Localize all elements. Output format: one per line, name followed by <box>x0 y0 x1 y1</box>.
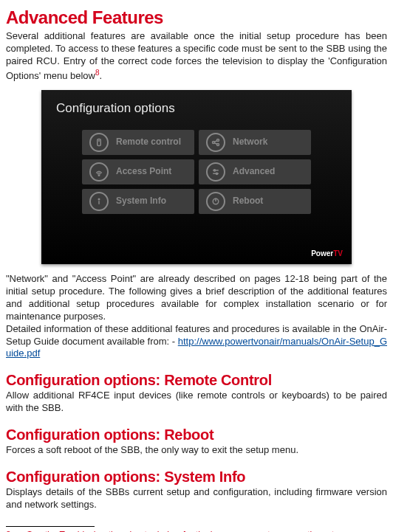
tv-logo: PowerTV <box>311 249 343 258</box>
section-heading: Configuration options: Reboot <box>6 425 387 444</box>
svg-point-12 <box>98 198 100 200</box>
section-heading: Configuration options: Remote Control <box>6 370 387 390</box>
sliders-icon <box>206 162 225 182</box>
tv-option-network: Network <box>199 130 311 155</box>
sections: Configuration options: Remote ControlAll… <box>6 370 387 511</box>
svg-line-5 <box>214 141 217 142</box>
intro-period: . <box>100 70 103 81</box>
tv-screen: Configuration options Remote controlNetw… <box>41 90 352 264</box>
tv-option-reboot: Reboot <box>199 189 311 214</box>
page-title: Advanced Features <box>6 6 387 29</box>
remote-icon <box>89 133 109 152</box>
section-heading: Configuration options: System Info <box>6 467 387 486</box>
tv-option-label: Reboot <box>233 196 263 207</box>
logo-power: Power <box>311 249 333 258</box>
configuration-screenshot: Configuration options Remote controlNetw… <box>6 90 387 264</box>
svg-line-6 <box>214 143 217 145</box>
section-body: Allow additional RF4CE input devices (li… <box>6 390 387 415</box>
tv-screen-title: Configuration options <box>41 90 352 117</box>
tv-option-label: System Info <box>116 196 166 207</box>
tv-button-grid: Remote controlNetworkAccess PointAdvance… <box>82 130 311 214</box>
paragraph-network-ap: "Network" and "Access Point" are already… <box>6 273 387 323</box>
section-body: Forces a soft reboot of the SBB, the onl… <box>6 444 387 457</box>
svg-point-1 <box>99 140 100 141</box>
info-icon <box>89 192 109 211</box>
tv-option-label: Advanced <box>233 166 275 178</box>
reboot-icon <box>206 192 225 211</box>
footnote-rule <box>6 526 95 527</box>
tv-option-label: Network <box>233 137 267 148</box>
section-body: Displays details of the SBBs current set… <box>6 486 387 511</box>
tv-option-sliders: Advanced <box>199 159 311 184</box>
paragraph-detailed-info: Detailed information of these additional… <box>6 323 387 361</box>
tv-option-wifi: Access Point <box>82 159 194 184</box>
tv-option-remote: Remote control <box>82 130 194 155</box>
network-icon <box>206 133 225 152</box>
tv-option-label: Access Point <box>116 166 171 178</box>
logo-tv: TV <box>333 249 343 258</box>
svg-point-7 <box>98 175 100 176</box>
tv-option-label: Remote control <box>116 137 181 148</box>
wifi-icon <box>89 162 109 182</box>
intro-paragraph: Several additional features are availabl… <box>6 30 387 83</box>
tv-option-info: System Info <box>82 189 194 214</box>
intro-text: Several additional features are availabl… <box>6 30 387 81</box>
